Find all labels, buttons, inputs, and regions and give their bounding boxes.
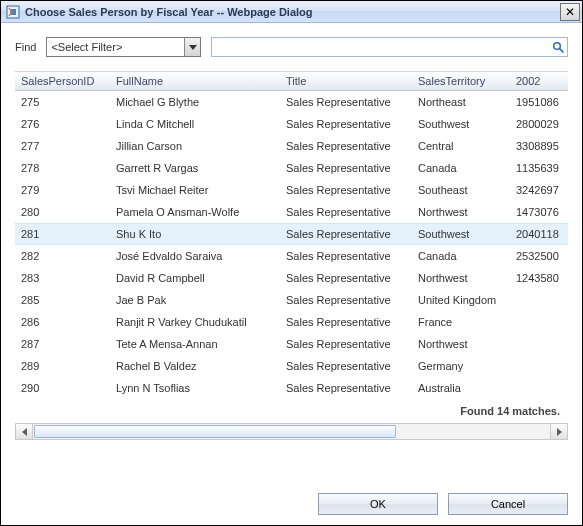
cell-fullname: Shu K Ito <box>110 228 280 240</box>
cell-salespersonid: 286 <box>15 316 110 328</box>
cell-fullname: Tsvi Michael Reiter <box>110 184 280 196</box>
cell-fullname: Michael G Blythe <box>110 96 280 108</box>
ok-button[interactable]: OK <box>318 493 438 515</box>
table-row[interactable]: 290Lynn N TsofliasSales RepresentativeAu… <box>15 377 568 399</box>
cell-fullname: Pamela O Ansman-Wolfe <box>110 206 280 218</box>
cell-title: Sales Representative <box>280 118 412 130</box>
col-header-salesterritory[interactable]: SalesTerritory <box>412 75 510 87</box>
cell-salespersonid: 283 <box>15 272 110 284</box>
cell-2002: 1243580 <box>510 272 565 284</box>
filter-select-value: <Select Filter> <box>47 41 184 53</box>
cell-salesterritory: Northwest <box>412 338 510 350</box>
col-header-salespersonid[interactable]: SalesPersonID <box>15 75 110 87</box>
horizontal-scrollbar[interactable] <box>15 423 568 440</box>
cell-salespersonid: 276 <box>15 118 110 130</box>
cell-salesterritory: Australia <box>412 382 510 394</box>
cell-fullname: Ranjit R Varkey Chudukatil <box>110 316 280 328</box>
cell-title: Sales Representative <box>280 272 412 284</box>
cell-title: Sales Representative <box>280 360 412 372</box>
cell-salespersonid: 281 <box>15 228 110 240</box>
cell-title: Sales Representative <box>280 228 412 240</box>
cancel-button[interactable]: Cancel <box>448 493 568 515</box>
scroll-thumb[interactable] <box>34 425 396 438</box>
table-row[interactable]: 285Jae B PakSales RepresentativeUnited K… <box>15 289 568 311</box>
cell-salespersonid: 279 <box>15 184 110 196</box>
button-bar: OK Cancel <box>318 493 568 515</box>
cell-fullname: Jae B Pak <box>110 294 280 306</box>
cell-fullname: Garrett R Vargas <box>110 162 280 174</box>
cell-fullname: Jillian Carson <box>110 140 280 152</box>
cell-fullname: Tete A Mensa-Annan <box>110 338 280 350</box>
filter-select-arrow[interactable] <box>184 38 200 56</box>
cell-2002: 1135639 <box>510 162 565 174</box>
dialog-content: Find <Select Filter> SalesPersonID FullN… <box>1 23 582 440</box>
cell-fullname: José Edvaldo Saraiva <box>110 250 280 262</box>
grid-body: 275Michael G BlytheSales RepresentativeN… <box>15 91 568 399</box>
cell-2002: 1951086 <box>510 96 565 108</box>
table-row[interactable]: 282José Edvaldo SaraivaSales Representat… <box>15 245 568 267</box>
chevron-left-icon <box>22 428 27 436</box>
cell-title: Sales Representative <box>280 184 412 196</box>
results-grid: SalesPersonID FullName Title SalesTerrit… <box>15 71 568 440</box>
cell-salesterritory: Northeast <box>412 96 510 108</box>
cell-salespersonid: 280 <box>15 206 110 218</box>
table-row[interactable]: 287Tete A Mensa-AnnanSales Representativ… <box>15 333 568 355</box>
chevron-down-icon <box>189 45 197 50</box>
search-button[interactable] <box>549 38 567 56</box>
table-row[interactable]: 283David R CampbellSales RepresentativeN… <box>15 267 568 289</box>
cell-salespersonid: 289 <box>15 360 110 372</box>
search-box <box>211 37 568 57</box>
close-button[interactable]: ✕ <box>560 3 580 21</box>
col-header-2002[interactable]: 2002 <box>510 75 565 87</box>
title-bar: Choose Sales Person by Fiscal Year -- We… <box>1 1 582 23</box>
cell-salesterritory: Northwest <box>412 206 510 218</box>
cell-salesterritory: Northwest <box>412 272 510 284</box>
find-row: Find <Select Filter> <box>15 37 568 57</box>
svg-line-2 <box>559 48 562 51</box>
table-row[interactable]: 286Ranjit R Varkey ChudukatilSales Repre… <box>15 311 568 333</box>
cell-2002: 1473076 <box>510 206 565 218</box>
search-input[interactable] <box>212 38 549 56</box>
cell-fullname: Lynn N Tsoflias <box>110 382 280 394</box>
table-row[interactable]: 275Michael G BlytheSales RepresentativeN… <box>15 91 568 113</box>
table-row[interactable]: 279Tsvi Michael ReiterSales Representati… <box>15 179 568 201</box>
cell-title: Sales Representative <box>280 316 412 328</box>
cell-title: Sales Representative <box>280 96 412 108</box>
cell-salesterritory: Canada <box>412 250 510 262</box>
chevron-right-icon <box>557 428 562 436</box>
cell-2002: 2800029 <box>510 118 565 130</box>
cell-title: Sales Representative <box>280 140 412 152</box>
cell-salesterritory: Central <box>412 140 510 152</box>
matches-summary: Found 14 matches. <box>15 399 568 421</box>
cell-title: Sales Representative <box>280 382 412 394</box>
window-title: Choose Sales Person by Fiscal Year -- We… <box>25 6 560 18</box>
cell-salespersonid: 278 <box>15 162 110 174</box>
scroll-right-button[interactable] <box>550 424 567 439</box>
col-header-fullname[interactable]: FullName <box>110 75 280 87</box>
table-row[interactable]: 281Shu K ItoSales RepresentativeSouthwes… <box>15 223 568 245</box>
cell-2002: 3242697 <box>510 184 565 196</box>
cell-fullname: David R Campbell <box>110 272 280 284</box>
scroll-track[interactable] <box>33 424 550 439</box>
table-row[interactable]: 277Jillian CarsonSales RepresentativeCen… <box>15 135 568 157</box>
grid-header: SalesPersonID FullName Title SalesTerrit… <box>15 71 568 91</box>
table-row[interactable]: 278Garrett R VargasSales RepresentativeC… <box>15 157 568 179</box>
table-row[interactable]: 276Linda C MitchellSales RepresentativeS… <box>15 113 568 135</box>
cell-title: Sales Representative <box>280 338 412 350</box>
cell-salespersonid: 277 <box>15 140 110 152</box>
scroll-left-button[interactable] <box>16 424 33 439</box>
cell-title: Sales Representative <box>280 162 412 174</box>
col-header-title[interactable]: Title <box>280 75 412 87</box>
table-row[interactable]: 289Rachel B ValdezSales RepresentativeGe… <box>15 355 568 377</box>
find-label: Find <box>15 41 36 53</box>
cell-salesterritory: Southwest <box>412 228 510 240</box>
cell-salesterritory: Southeast <box>412 184 510 196</box>
filter-select[interactable]: <Select Filter> <box>46 37 201 57</box>
table-row[interactable]: 280Pamela O Ansman-WolfeSales Representa… <box>15 201 568 223</box>
app-icon <box>5 4 21 20</box>
cell-title: Sales Representative <box>280 294 412 306</box>
search-icon <box>552 41 565 54</box>
cell-salespersonid: 287 <box>15 338 110 350</box>
cell-2002: 3308895 <box>510 140 565 152</box>
cell-salesterritory: France <box>412 316 510 328</box>
